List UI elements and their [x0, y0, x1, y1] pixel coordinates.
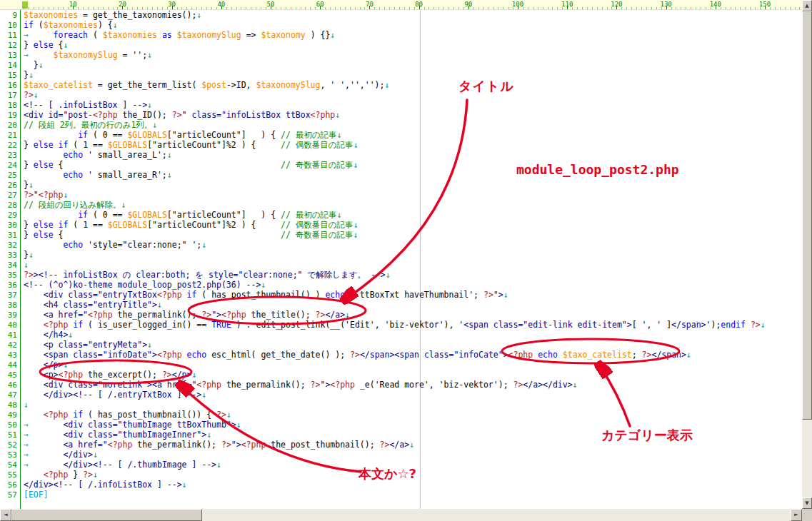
scroll-left-button[interactable]: ◄ — [0, 509, 11, 521]
newline-mark-icon: ↓ — [24, 260, 29, 270]
code-line: 43 <span class="infoDate"><?php echo esc… — [0, 350, 802, 360]
code-line: 10if ($taxonomies) {↓ — [0, 20, 802, 30]
ruler-number: 90 — [464, 1, 472, 8]
ruler-number: 130 — [660, 1, 671, 8]
ruler-number: 80 — [415, 1, 423, 8]
code-line: 31} else { // 奇数番目の記事↓ — [0, 230, 802, 240]
code-text: echo 'style="clear:none;" ';↓ — [24, 240, 206, 250]
newline-mark-icon: ↓ — [167, 170, 172, 180]
newline-mark-icon: ↓ — [201, 240, 206, 250]
newline-mark-icon: ↓ — [354, 160, 359, 170]
line-number: 20 — [0, 121, 17, 130]
newline-mark-icon: ↓ — [93, 470, 98, 480]
code-text: $taxonomies = get_the_taxonomies();↓ — [24, 10, 201, 20]
code-text: </div><!-- [ /.infoListBox ] -->↓ — [24, 480, 187, 490]
code-line: 28// 段組の回り込み解除。↓ — [0, 200, 802, 210]
newline-mark-icon: ↓ — [191, 370, 196, 380]
annotation-filename-label: module_loop_post2.php — [516, 162, 679, 177]
ruler-number: 20 — [119, 1, 126, 8]
code-line: 20// 段組 2列。最初の行のみ1列。↓ — [0, 120, 802, 130]
code-line: 25 echo ' small_area_R';↓ — [0, 170, 802, 180]
code-line: 53→ </div>↓ — [0, 450, 802, 460]
newline-mark-icon: ↓ — [354, 220, 359, 230]
line-number: 21 — [0, 131, 17, 140]
newline-mark-icon: ↓ — [206, 430, 211, 440]
ruler-tick — [765, 6, 766, 9]
newline-mark-icon: ↓ — [384, 80, 389, 90]
newline-mark-icon: ↓ — [34, 90, 39, 100]
scroll-right-button[interactable]: ► — [791, 509, 802, 521]
newline-mark-icon: ↓ — [335, 110, 340, 120]
line-number: 35 — [0, 270, 17, 280]
scroll-down-button[interactable]: ▼ — [802, 497, 812, 509]
code-text: <div id="post-<?php the_ID(); ?>" class=… — [24, 110, 340, 120]
newline-mark-icon: ↓ — [330, 30, 335, 40]
code-text: ↓ — [24, 400, 29, 410]
ruler-tick — [122, 6, 123, 9]
code-line: 21 if ( 0 == $GLOBALS["articleCount"] ) … — [0, 130, 802, 140]
code-line: 38 <h4 class="entryTitle">↓ — [0, 300, 802, 310]
line-number: 23 — [0, 151, 17, 160]
newline-mark-icon: ↓ — [167, 150, 172, 160]
newline-mark-icon: ↓ — [409, 440, 414, 450]
line-number: 16 — [0, 81, 17, 90]
code-text: } else if ( 1 == $GLOBALS["articleCount"… — [24, 220, 359, 230]
newline-mark-icon: ↓ — [63, 40, 68, 50]
line-number: 47 — [0, 390, 17, 400]
newline-mark-icon: ↓ — [573, 380, 578, 390]
code-line: 18<!-- [ .infoListBox ] -->↓ — [0, 100, 802, 110]
line-number: 10 — [0, 21, 17, 30]
newline-mark-icon: ↓ — [121, 200, 126, 210]
code-line: 45 <p><?php the_excerpt(); ?></p>↓ — [0, 370, 802, 380]
annotation-title-label: タイトル — [458, 78, 514, 95]
scroll-up-button[interactable]: ▲ — [802, 0, 812, 11]
ruler-tick — [320, 6, 321, 9]
newline-mark-icon: ↓ — [761, 320, 766, 330]
vertical-scrollbar[interactable]: ▲ ▼ — [802, 0, 812, 509]
code-line: 36<!-- (^o^)ko-theme module_loop_post2.p… — [0, 280, 802, 290]
newline-mark-icon: ↓ — [354, 230, 359, 240]
newline-mark-icon: ↓ — [29, 180, 34, 190]
code-line: 16$taxo_catelist = get_the_term_list( $p… — [0, 80, 802, 90]
newline-mark-icon: ↓ — [503, 290, 508, 300]
newline-mark-icon: ↓ — [345, 310, 350, 320]
line-number: 48 — [0, 400, 17, 410]
line-number: 19 — [0, 111, 17, 120]
line-number: 37 — [0, 290, 17, 300]
horizontal-scrollbar[interactable]: ◄ ► — [0, 509, 802, 521]
horizontal-scrollbar-thumb[interactable] — [11, 509, 202, 521]
newline-mark-icon: ↓ — [29, 70, 34, 80]
line-number: 43 — [0, 350, 17, 360]
code-text: }↓ — [24, 60, 44, 70]
newline-mark-icon: ↓ — [68, 330, 73, 340]
newline-mark-icon: ↓ — [157, 300, 162, 310]
code-line: 11→ foreach ( $taxonomies as $taxonomySl… — [0, 30, 802, 40]
annotation-body-label: 本文か☆? — [359, 465, 416, 482]
code-line: 47 </div><!-- [ /.entryTxtBox ] -->↓ — [0, 390, 802, 400]
line-number: 38 — [0, 300, 17, 310]
vertical-scrollbar-thumb[interactable] — [802, 11, 812, 420]
line-number: 41 — [0, 330, 17, 340]
code-line: 23 echo ' small_area_L';↓ — [0, 150, 802, 160]
line-number: 11 — [0, 31, 17, 40]
code-text: // 段組の回り込み解除。↓ — [24, 200, 126, 210]
code-text: } else {↓ — [24, 40, 68, 50]
code-text: [EOF] — [24, 490, 49, 500]
line-number: 34 — [0, 260, 17, 270]
ruler-number: 10 — [69, 1, 77, 8]
newline-mark-icon: ↓ — [147, 100, 152, 110]
code-text: <div class="moreLink"><a href="<?php the… — [24, 380, 578, 390]
code-text: → <div class="thumbImageInner">↓ — [24, 430, 211, 440]
line-number: 44 — [0, 360, 17, 370]
ruler-tick — [221, 6, 222, 9]
line-number: 12 — [0, 41, 17, 50]
line-number: 52 — [0, 440, 17, 450]
code-text: ?>><!-- infoListBox の clear:both; を styl… — [24, 270, 391, 280]
line-number: 14 — [0, 61, 17, 70]
line-number: 55 — [0, 470, 17, 480]
code-text: <!-- [ .infoListBox ] -->↓ — [24, 100, 152, 110]
code-text: → </div>↓ — [24, 450, 98, 460]
newline-mark-icon: ↓ — [337, 130, 342, 140]
code-text: ↓ — [24, 260, 29, 270]
ruler-number: 30 — [168, 1, 176, 8]
